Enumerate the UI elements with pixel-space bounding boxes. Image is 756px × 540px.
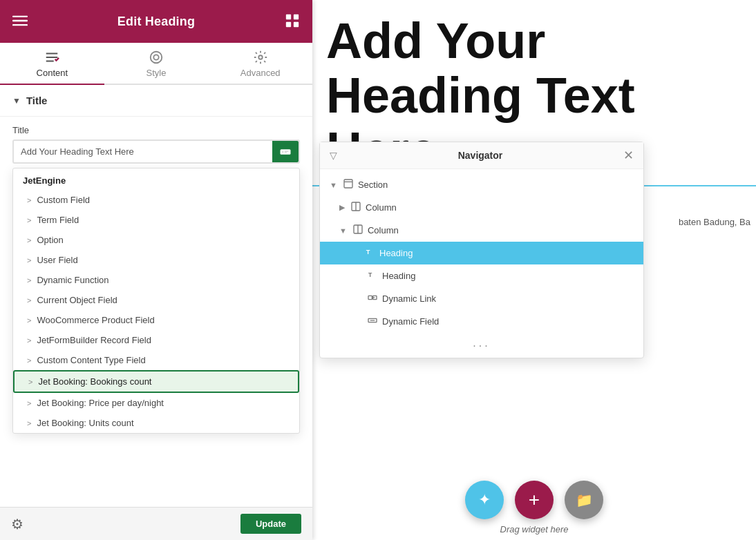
plus-icon: + [529, 489, 540, 511]
arrow-icon: > [27, 216, 31, 224]
dropdown-item-dynamic-function[interactable]: > Dynamic Function [13, 270, 299, 290]
title-field-label: Title [12, 125, 300, 135]
panel-header: Edit Heading [0, 0, 312, 43]
expand-arrow-icon: ▶ [339, 203, 345, 212]
svg-point-8 [153, 55, 158, 59]
arrow-icon: > [27, 419, 31, 427]
section-title: Title [26, 95, 48, 106]
dropdown-item-jet-booking-price[interactable]: > Jet Booking: Price per day/night [13, 393, 299, 413]
dropdown-item-option[interactable]: > Option [13, 230, 299, 250]
svg-text:T: T [366, 249, 370, 255]
panel-tabs: Content Style Advanced [0, 43, 312, 85]
hamburger-icon[interactable] [12, 13, 28, 30]
tab-style[interactable]: Style [104, 43, 209, 84]
panel-title: Edit Heading [117, 15, 195, 29]
svg-point-9 [258, 55, 263, 59]
svg-rect-13 [285, 152, 287, 153]
jetengine-dropdown: JetEngine > Custom Field > Term Field > … [12, 168, 300, 434]
panel-bottom-bar: ⚙ Update [0, 507, 312, 540]
dropdown-item-custom-content-type[interactable]: > Custom Content Type Field [13, 350, 299, 370]
svg-rect-4 [294, 14, 299, 19]
add-fab-button[interactable]: + [515, 481, 554, 519]
dropdown-item-jet-booking-count[interactable]: > Jet Booking: Bookings count [13, 370, 299, 393]
arrow-icon: > [28, 378, 32, 386]
grid-icon[interactable] [285, 13, 300, 30]
dropdown-item-woocommerce[interactable]: > WooCommerce Product Field [13, 310, 299, 330]
title-input[interactable] [14, 141, 272, 162]
navigator-item-dynamic-link[interactable]: Dynamic Link [320, 287, 643, 310]
sparkle-icon: ✦ [478, 491, 491, 509]
svg-rect-0 [12, 15, 28, 17]
title-input-row [12, 139, 300, 164]
canvas-area: Add Your Heading Text Here baten Badung,… [312, 0, 756, 540]
arrow-icon: > [27, 276, 31, 285]
dropdown-item-current-object-field[interactable]: > Current Object Field [13, 290, 299, 310]
navigator-item-heading-1[interactable]: T Heading [320, 242, 643, 264]
tab-content-label: Content [37, 68, 68, 78]
dynamic-link-icon [367, 292, 378, 305]
svg-rect-6 [294, 21, 299, 26]
dropdown-group-title: JetEngine [13, 168, 299, 190]
navigator-close-button[interactable]: ✕ [623, 149, 634, 162]
section-collapse-arrow: ▼ [12, 96, 21, 106]
navigator-item-column-1[interactable]: ▶ Column [320, 196, 643, 219]
navigator-more[interactable]: ... [320, 333, 643, 354]
arrow-icon: > [27, 296, 31, 305]
arrow-icon: > [27, 316, 31, 325]
arrow-icon: > [27, 336, 31, 345]
svg-point-11 [282, 151, 283, 152]
settings-gear-button[interactable]: ⚙ [11, 516, 23, 532]
tab-content[interactable]: Content [0, 43, 104, 84]
navigator-tree: ▼ Section ▶ Column ▼ [320, 169, 643, 358]
address-text: baten Badung, Ba [673, 214, 756, 230]
tab-advanced[interactable]: Advanced [208, 43, 312, 84]
navigator-panel: ▽ Navigator ✕ ▼ Section ▶ [319, 142, 644, 358]
collapse-arrow-icon: ▼ [330, 181, 337, 189]
navigator-item-section[interactable]: ▼ Section [320, 173, 643, 196]
right-panel: Add Your Heading Text Here baten Badung,… [312, 0, 756, 540]
drag-widget-text: Drag widget here [500, 524, 569, 534]
dynamic-field-icon [367, 315, 378, 328]
dropdown-item-term-field[interactable]: > Term Field [13, 210, 299, 230]
bottom-buttons: ✦ + 📁 [465, 481, 603, 519]
tab-style-label: Style [147, 68, 167, 78]
svg-text:T: T [368, 271, 372, 278]
svg-rect-1 [12, 19, 28, 21]
navigator-item-dynamic-field[interactable]: Dynamic Field [320, 310, 643, 333]
dropdown-item-jetformbuilder[interactable]: > JetFormBuilder Record Field [13, 330, 299, 350]
dynamic-tags-button[interactable] [272, 141, 299, 162]
svg-rect-12 [285, 151, 289, 151]
svg-rect-3 [286, 14, 291, 19]
arrow-icon: > [27, 256, 31, 264]
section-icon [343, 178, 354, 191]
arrow-icon: > [27, 356, 31, 365]
navigator-dropdown-icon[interactable]: ▽ [330, 150, 337, 161]
title-field-area: Title [0, 117, 312, 168]
arrow-icon: > [27, 196, 31, 204]
navigator-title: Navigator [337, 150, 623, 161]
publish-button[interactable]: Update [240, 514, 301, 534]
left-panel: Edit Heading Content Style Advanced ▼ Ti… [0, 0, 312, 540]
heading-icon: T [364, 247, 375, 260]
folder-fab-button[interactable]: 📁 [565, 481, 603, 519]
folder-icon: 📁 [576, 492, 593, 508]
svg-rect-5 [286, 21, 291, 26]
heading-icon: T [367, 269, 378, 282]
svg-rect-14 [344, 180, 352, 188]
collapse-arrow-icon: ▼ [339, 226, 347, 235]
svg-rect-2 [12, 24, 28, 26]
navigator-item-column-2[interactable]: ▼ Column [320, 219, 643, 242]
svg-point-7 [151, 52, 162, 64]
svg-rect-10 [281, 149, 291, 155]
dropdown-item-jet-booking-units[interactable]: > Jet Booking: Units count [13, 413, 299, 433]
arrow-icon: > [27, 399, 31, 407]
arrow-icon: > [27, 236, 31, 244]
navigator-header: ▽ Navigator ✕ [320, 142, 643, 169]
sparkle-fab-button[interactable]: ✦ [465, 481, 504, 519]
svg-rect-22 [368, 296, 372, 299]
dropdown-item-custom-field[interactable]: > Custom Field [13, 190, 299, 210]
navigator-item-heading-2[interactable]: T Heading [320, 264, 643, 287]
dropdown-item-user-field[interactable]: > User Field [13, 250, 299, 270]
section-title-bar[interactable]: ▼ Title [0, 85, 312, 117]
column-icon [352, 224, 363, 237]
